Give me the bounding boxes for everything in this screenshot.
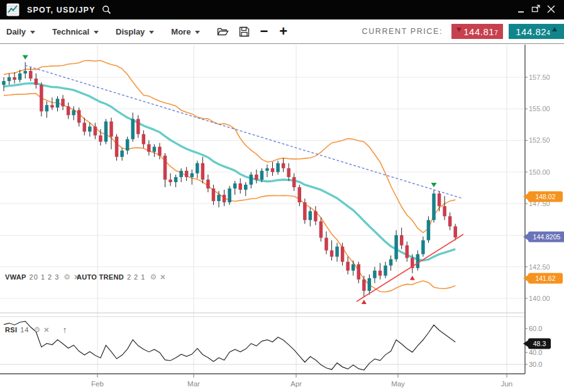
candle bbox=[303, 202, 307, 220]
rsi-axis-label: 40.0 bbox=[529, 349, 542, 356]
menu-display[interactable]: Display bbox=[116, 27, 154, 36]
candle bbox=[174, 177, 178, 182]
auto-trendline-support[interactable] bbox=[357, 234, 463, 302]
minimize-button[interactable] bbox=[514, 5, 528, 14]
title-bar: SPOT, USD/JPY bbox=[0, 0, 564, 19]
price-axis-label: 142.50 bbox=[529, 263, 550, 271]
vwap-legend-params: 20 1 2 3 bbox=[30, 273, 60, 281]
month-label: Feb bbox=[91, 380, 104, 388]
rsi-legend-params: 14 bbox=[20, 326, 29, 334]
minimize-icon bbox=[518, 6, 524, 13]
menu-display-label: Display bbox=[116, 27, 145, 36]
candle bbox=[109, 121, 113, 136]
candle bbox=[88, 126, 92, 131]
candle bbox=[443, 206, 446, 216]
ask-price-badge: 144.824 bbox=[509, 24, 564, 39]
candle bbox=[94, 126, 97, 135]
candle bbox=[282, 163, 285, 168]
rsi-legend-name: RSI bbox=[5, 326, 17, 334]
candle bbox=[400, 235, 404, 245]
zoom-out-button[interactable]: − bbox=[260, 25, 268, 38]
candle bbox=[335, 247, 339, 257]
svg-text:144.8205: 144.8205 bbox=[533, 233, 561, 241]
bid-pip: 7 bbox=[494, 30, 498, 36]
candle bbox=[362, 280, 366, 291]
month-label: Apr bbox=[290, 380, 302, 388]
chart-area: 157.50155.00152.50150.00147.50145.00142.… bbox=[0, 44, 564, 392]
vwap-indicator-legend: VWAP 20 1 2 3 ⚙ ✕ bbox=[5, 273, 82, 281]
candle bbox=[40, 85, 43, 111]
candle bbox=[18, 74, 22, 80]
rsi-line bbox=[4, 321, 455, 370]
candle bbox=[298, 187, 302, 202]
candle bbox=[379, 271, 382, 276]
rsi-axis-label: 60.0 bbox=[529, 325, 542, 332]
candle bbox=[77, 110, 81, 122]
move-pane-up-icon[interactable]: ↑ bbox=[62, 325, 67, 335]
chevron-down-icon bbox=[30, 31, 35, 34]
autotrend-legend-name: AUTO TREND bbox=[77, 273, 124, 281]
candle bbox=[250, 175, 253, 185]
candle bbox=[453, 226, 457, 237]
save-chart-button[interactable] bbox=[239, 26, 250, 37]
price-badge-148.02: 148.02 bbox=[523, 192, 563, 202]
chart-canvas[interactable]: 157.50155.00152.50150.00147.50145.00142.… bbox=[0, 44, 564, 392]
app-logo-icon bbox=[6, 3, 19, 16]
ask-pip: 4 bbox=[546, 30, 550, 36]
chevron-down-icon bbox=[149, 31, 154, 34]
candle bbox=[61, 99, 65, 106]
candle bbox=[351, 264, 355, 271]
menu-daily[interactable]: Daily bbox=[6, 27, 35, 36]
price-axis-label: 150.00 bbox=[529, 168, 550, 176]
candle bbox=[13, 77, 16, 80]
candle bbox=[169, 180, 172, 182]
folder-open-icon bbox=[217, 26, 229, 36]
price-axis-label: 157.50 bbox=[529, 74, 550, 81]
auto-trendline-resistance[interactable] bbox=[25, 65, 463, 199]
candle bbox=[265, 168, 269, 171]
candle bbox=[185, 171, 189, 177]
candle bbox=[223, 195, 226, 202]
candle bbox=[196, 163, 199, 173]
candle bbox=[357, 264, 361, 280]
trend-touch-marker-down bbox=[431, 183, 437, 187]
candle bbox=[389, 259, 393, 266]
menu-daily-label: Daily bbox=[6, 27, 26, 36]
candle bbox=[147, 144, 151, 152]
zoom-in-button[interactable]: + bbox=[279, 25, 287, 38]
autotrend-indicator-legend: AUTO TREND 2 2 1 ⚙ ✕ bbox=[77, 273, 169, 281]
candle bbox=[120, 151, 124, 157]
plus-icon: + bbox=[279, 23, 287, 39]
open-chart-button[interactable] bbox=[217, 26, 229, 36]
candle bbox=[260, 171, 264, 180]
vwap-legend-name: VWAP bbox=[5, 273, 26, 281]
menu-technical[interactable]: Technical bbox=[52, 27, 99, 36]
ask-value: 144.82 bbox=[516, 26, 546, 37]
candle bbox=[35, 79, 38, 85]
gear-icon[interactable]: ⚙ bbox=[150, 273, 157, 281]
candle bbox=[212, 188, 216, 201]
candle bbox=[153, 147, 157, 152]
candle bbox=[163, 156, 167, 180]
popout-button[interactable] bbox=[529, 4, 543, 15]
menu-more[interactable]: More bbox=[171, 27, 200, 36]
toolbar: Daily Technical Display More − + CURRENT… bbox=[0, 19, 564, 44]
candle bbox=[244, 185, 248, 190]
gear-icon[interactable]: ⚙ bbox=[34, 325, 41, 334]
remove-indicator-icon[interactable]: ✕ bbox=[43, 326, 49, 334]
candle bbox=[384, 266, 387, 276]
minus-icon: − bbox=[260, 23, 268, 39]
gear-icon[interactable]: ⚙ bbox=[64, 273, 70, 281]
chevron-down-icon bbox=[195, 31, 200, 34]
candle bbox=[206, 180, 210, 188]
rsi-indicator-legend: RSI 14 ⚙ ✕ ↑ bbox=[5, 325, 67, 335]
candle bbox=[136, 119, 140, 134]
candle bbox=[2, 81, 6, 85]
search-icon[interactable] bbox=[102, 5, 111, 14]
month-label: Jun bbox=[501, 380, 513, 388]
candle bbox=[416, 254, 420, 268]
remove-indicator-icon[interactable]: ✕ bbox=[160, 273, 165, 281]
close-button[interactable] bbox=[544, 5, 558, 15]
price-badge-144.8205: 144.8205 bbox=[523, 232, 564, 242]
current-price-panel: CURRENT PRICE: 144.817 144.824 bbox=[362, 24, 564, 39]
